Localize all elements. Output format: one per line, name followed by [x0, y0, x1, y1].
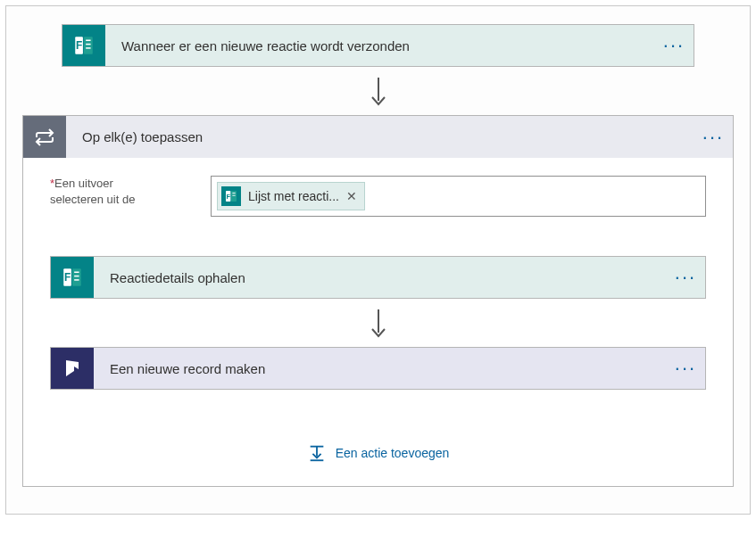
get-details-title: Reactiedetails ophalen	[94, 270, 666, 285]
trigger-card[interactable]: F Wanneer er een nieuwe reactie wordt ve…	[62, 24, 694, 67]
trigger-title: Wanneer er een nieuwe reactie wordt verz…	[105, 38, 654, 54]
svg-rect-11	[232, 195, 235, 196]
flow-canvas: F Wanneer er een nieuwe reactie wordt ve…	[5, 5, 751, 515]
input-label-line1: Een uitvoer	[54, 177, 113, 190]
create-record-card[interactable]: Een nieuwe record maken ···	[50, 347, 706, 390]
arrow-connector	[22, 67, 734, 115]
svg-rect-3	[86, 40, 90, 42]
forms-icon: F	[51, 257, 94, 298]
svg-rect-10	[232, 193, 235, 194]
svg-rect-16	[74, 276, 79, 277]
dynamic-content-token[interactable]: F Lijst met reacti... ✕	[217, 182, 365, 210]
input-label-line2: selecteren uit de	[50, 193, 135, 206]
arrow-connector	[50, 299, 706, 347]
add-action-label: Een actie toevoegen	[336, 446, 450, 460]
svg-rect-5	[86, 47, 90, 49]
foreach-input-label: *Een uitvoer selecteren uit de	[50, 176, 175, 207]
token-remove-button[interactable]: ✕	[346, 190, 357, 202]
token-label: Lijst met reacti...	[248, 189, 339, 203]
forms-icon: F	[221, 186, 241, 206]
svg-text:F: F	[226, 193, 230, 201]
add-step-icon	[307, 443, 327, 463]
forms-icon: F	[62, 25, 105, 66]
foreach-body: *Een uitvoer selecteren uit de F Lijs	[22, 158, 734, 487]
svg-rect-17	[74, 279, 79, 281]
create-record-title: Een nieuwe record maken	[94, 361, 666, 376]
foreach-title: Op elk(e) toepassen	[66, 129, 694, 144]
svg-text:F: F	[76, 39, 82, 52]
foreach-input-row: *Een uitvoer selecteren uit de F Lijs	[50, 176, 706, 217]
get-details-card[interactable]: F Reactiedetails ophalen ···	[50, 256, 706, 299]
svg-rect-15	[74, 272, 79, 274]
svg-text:F: F	[64, 271, 71, 284]
loop-icon	[23, 116, 66, 158]
svg-rect-14	[72, 268, 81, 286]
svg-rect-4	[86, 44, 90, 45]
foreach-header[interactable]: Op elk(e) toepassen ···	[22, 115, 734, 158]
svg-rect-9	[231, 191, 237, 202]
dynamics-icon	[51, 348, 94, 389]
foreach-input-field[interactable]: F Lijst met reacti... ✕	[211, 176, 706, 217]
svg-rect-2	[84, 37, 93, 54]
add-action-button[interactable]: Een actie toevoegen	[50, 443, 706, 463]
